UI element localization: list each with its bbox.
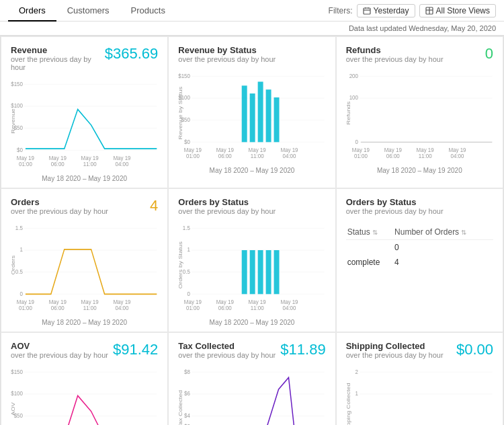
svg-text:1.5: 1.5 xyxy=(15,224,23,231)
tax-collected-card: Tax Collected over the previous day by h… xyxy=(168,332,335,425)
svg-text:06:00: 06:00 xyxy=(218,152,232,159)
filters-label: Filters: xyxy=(329,6,353,15)
orders-value: 4 xyxy=(150,197,158,215)
shipping-collected-title: Shipping Collected xyxy=(346,341,444,351)
svg-text:Orders: Orders xyxy=(10,255,16,274)
svg-text:Revenue by Status: Revenue by Status xyxy=(177,86,183,139)
revenue-by-status-card: Revenue by Status over the previous day … xyxy=(168,36,335,188)
svg-text:01:00: 01:00 xyxy=(354,152,368,159)
svg-text:06:00: 06:00 xyxy=(386,152,399,159)
filter-bar: Filters: Yesterday All Store Views xyxy=(329,4,496,17)
svg-text:$4: $4 xyxy=(184,412,190,419)
svg-text:100: 100 xyxy=(349,94,358,102)
svg-text:11:00: 11:00 xyxy=(418,152,431,159)
revenue-by-status-title: Revenue by Status xyxy=(178,45,276,55)
svg-text:$6: $6 xyxy=(184,390,190,397)
orders-by-status-table-title: Orders by Status xyxy=(346,197,444,207)
svg-text:$0: $0 xyxy=(184,138,190,145)
revenue-card: Revenue over the previous day by hour $3… xyxy=(1,36,168,188)
svg-text:01:00: 01:00 xyxy=(186,304,200,311)
revenue-by-status-chart: $150 $100 $50 $0 Revenue by Status May 1… xyxy=(178,70,325,164)
svg-rect-0 xyxy=(364,8,370,14)
store-label: All Store Views xyxy=(436,6,490,15)
top-nav: Orders Customers Products Filters: Yeste… xyxy=(0,0,504,22)
svg-text:1: 1 xyxy=(355,390,358,397)
svg-text:1: 1 xyxy=(187,246,191,254)
aov-card: AOV over the previous day by hour $91.42… xyxy=(1,332,168,425)
tab-orders[interactable]: Orders xyxy=(8,0,56,22)
revenue-by-status-subtitle: over the previous day by hour xyxy=(178,55,276,63)
aov-title: AOV xyxy=(11,341,108,351)
revenue-date-range: May 18 2020 – May 19 2020 xyxy=(11,175,158,182)
aov-chart: $150 $100 $50 $0 AOV May 19 01:00 May 19… xyxy=(11,366,158,425)
tax-collected-value: $11.89 xyxy=(280,341,325,358)
tab-customers[interactable]: Customers xyxy=(56,0,120,22)
table-row: 0 xyxy=(346,240,493,256)
refunds-date-range: May 18 2020 – May 19 2020 xyxy=(346,167,493,174)
svg-text:01:00: 01:00 xyxy=(19,160,32,167)
status-cell: complete xyxy=(346,255,393,270)
svg-text:11:00: 11:00 xyxy=(251,152,264,159)
dashboard-grid: Revenue over the previous day by hour $3… xyxy=(0,36,504,425)
svg-text:Orders by Status: Orders by Status xyxy=(177,241,183,288)
svg-text:AOV: AOV xyxy=(10,402,16,416)
orders-card: Orders over the previous day by hour 4 1… xyxy=(1,188,168,332)
orders-by-status-table-subtitle: over the previous day by hour xyxy=(346,207,444,215)
count-cell: 0 xyxy=(393,240,493,256)
refunds-value: 0 xyxy=(485,45,493,63)
aov-subtitle: over the previous day by hour xyxy=(11,351,108,359)
orders-subtitle: over the previous day by hour xyxy=(11,207,108,215)
svg-text:200: 200 xyxy=(349,72,358,79)
status-col-header[interactable]: Status ⇅ xyxy=(346,225,393,240)
svg-text:Refunds: Refunds xyxy=(345,101,351,124)
orders-by-status-chart-title: Orders by Status xyxy=(178,197,276,207)
status-table: Status ⇅ Number of Orders ⇅ 0 complete xyxy=(346,225,493,270)
svg-text:04:00: 04:00 xyxy=(450,152,464,159)
yesterday-label: Yesterday xyxy=(374,6,409,15)
svg-text:11:00: 11:00 xyxy=(83,160,97,167)
svg-text:$150: $150 xyxy=(11,80,23,87)
svg-text:01:00: 01:00 xyxy=(186,152,200,159)
svg-text:11:00: 11:00 xyxy=(83,304,97,311)
orders-title: Orders xyxy=(11,197,108,207)
svg-text:04:00: 04:00 xyxy=(283,304,296,311)
svg-text:0.5: 0.5 xyxy=(183,268,190,275)
refunds-chart: 200 100 0 Refunds May 19 01:00 May 19 06… xyxy=(346,70,493,164)
svg-rect-37 xyxy=(274,98,280,143)
svg-text:$150: $150 xyxy=(179,72,191,79)
tax-collected-chart: $8 $6 $4 $2 $0 Tax Collected May 19 01:0… xyxy=(178,366,325,425)
svg-text:06:00: 06:00 xyxy=(218,304,232,311)
svg-text:04:00: 04:00 xyxy=(283,152,296,159)
svg-text:Revenue: Revenue xyxy=(10,108,16,134)
tax-collected-title: Tax Collected xyxy=(178,341,276,351)
store-views-filter-button[interactable]: All Store Views xyxy=(419,4,496,17)
refunds-title: Refunds xyxy=(346,45,444,55)
svg-text:$150: $150 xyxy=(11,368,23,375)
svg-rect-34 xyxy=(250,93,255,142)
svg-text:Tax Collected: Tax Collected xyxy=(177,390,183,425)
store-icon xyxy=(425,7,433,15)
orders-by-status-chart-date-range: May 18 2020 – May 19 2020 xyxy=(178,319,325,326)
svg-text:$8: $8 xyxy=(184,368,190,375)
status-cell xyxy=(346,240,393,256)
table-row: complete 4 xyxy=(346,255,493,270)
revenue-subtitle: over the previous day by hour xyxy=(11,55,105,71)
svg-rect-92 xyxy=(274,250,280,294)
svg-text:01:00: 01:00 xyxy=(19,304,32,311)
svg-text:04:00: 04:00 xyxy=(116,304,129,311)
svg-text:0.5: 0.5 xyxy=(15,268,23,275)
svg-text:0: 0 xyxy=(355,138,358,145)
orders-by-status-chart-subtitle: over the previous day by hour xyxy=(178,207,276,215)
svg-text:$0: $0 xyxy=(17,146,23,153)
yesterday-filter-button[interactable]: Yesterday xyxy=(357,4,415,17)
svg-text:04:00: 04:00 xyxy=(116,160,129,167)
svg-text:06:00: 06:00 xyxy=(51,160,65,167)
calendar-icon xyxy=(363,7,371,15)
tab-products[interactable]: Products xyxy=(120,0,176,22)
sort-icon-status: ⇅ xyxy=(372,229,378,236)
svg-rect-90 xyxy=(258,250,263,294)
data-updated-bar: Data last updated Wednesday, May 20, 202… xyxy=(0,22,504,36)
count-col-header[interactable]: Number of Orders ⇅ xyxy=(393,225,493,240)
shipping-collected-value: $0.00 xyxy=(456,341,493,358)
svg-rect-88 xyxy=(242,250,247,294)
